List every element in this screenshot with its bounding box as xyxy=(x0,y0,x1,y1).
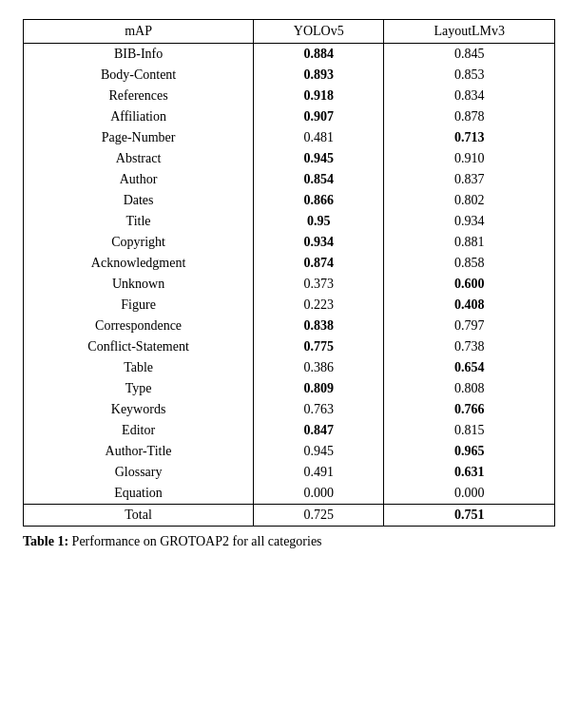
row-layout-value: 0.834 xyxy=(384,86,554,106)
table-row: Type0.8090.808 xyxy=(24,378,554,399)
table-row: Correspondence0.8380.797 xyxy=(24,316,554,336)
row-layout-value: 0.965 xyxy=(384,441,554,462)
row-label: References xyxy=(24,86,254,106)
table-caption: Table 1: Performance on GROTOAP2 for all… xyxy=(23,534,555,549)
row-yolo-value: 0.000 xyxy=(254,483,384,505)
row-yolo-value: 0.874 xyxy=(254,253,384,274)
table-row: Keywords0.7630.766 xyxy=(24,399,554,420)
table-row: Abstract0.9450.910 xyxy=(24,148,554,169)
row-yolo-value: 0.884 xyxy=(254,44,384,66)
row-layout-value: 0.600 xyxy=(384,274,554,295)
table-row: Conflict-Statement0.7750.738 xyxy=(24,336,554,357)
row-yolo-value: 0.763 xyxy=(254,399,384,420)
row-label: Unknown xyxy=(24,274,254,295)
row-layout-value: 0.000 xyxy=(384,483,554,505)
row-label: Page-Number xyxy=(24,127,254,148)
table-row: Editor0.8470.815 xyxy=(24,420,554,441)
row-yolo-value: 0.907 xyxy=(254,106,384,127)
caption-text: Performance on GROTOAP2 for all categori… xyxy=(68,534,321,548)
row-layout-value: 0.878 xyxy=(384,106,554,127)
table-row: Equation0.0000.000 xyxy=(24,483,554,505)
row-label: Glossary xyxy=(24,462,254,483)
row-layout-value: 0.802 xyxy=(384,190,554,211)
row-yolo-value: 0.491 xyxy=(254,462,384,483)
row-layout-value: 0.808 xyxy=(384,378,554,399)
row-yolo-value: 0.223 xyxy=(254,295,384,316)
row-layout-value: 0.934 xyxy=(384,211,554,232)
row-yolo-value: 0.481 xyxy=(254,127,384,148)
col-header-map: mAP xyxy=(24,20,254,44)
comparison-table: mAP YOLOv5 LayoutLMv3 BIB-Info0.8840.845… xyxy=(23,19,555,527)
row-label: Keywords xyxy=(24,399,254,420)
total-yolo-value: 0.725 xyxy=(254,505,384,527)
col-header-layoutlmv3: LayoutLMv3 xyxy=(384,20,554,44)
row-label: BIB-Info xyxy=(24,44,254,66)
row-label: Abstract xyxy=(24,148,254,169)
row-yolo-value: 0.386 xyxy=(254,357,384,378)
table-row: Author0.8540.837 xyxy=(24,169,554,190)
total-label: Total xyxy=(24,505,254,527)
table-row: Page-Number0.4810.713 xyxy=(24,127,554,148)
row-label: Acknowledgment xyxy=(24,253,254,274)
row-layout-value: 0.910 xyxy=(384,148,554,169)
table-row: BIB-Info0.8840.845 xyxy=(24,44,554,66)
row-layout-value: 0.881 xyxy=(384,232,554,253)
row-layout-value: 0.845 xyxy=(384,44,554,66)
row-yolo-value: 0.95 xyxy=(254,211,384,232)
row-layout-value: 0.713 xyxy=(384,127,554,148)
table-row: Author-Title0.9450.965 xyxy=(24,441,554,462)
row-label: Correspondence xyxy=(24,316,254,336)
row-yolo-value: 0.893 xyxy=(254,65,384,86)
table-row: Table0.3860.654 xyxy=(24,357,554,378)
row-layout-value: 0.766 xyxy=(384,399,554,420)
row-yolo-value: 0.775 xyxy=(254,336,384,357)
total-layout-value: 0.751 xyxy=(384,505,554,527)
row-label: Author xyxy=(24,169,254,190)
table-row: Figure0.2230.408 xyxy=(24,295,554,316)
row-label: Type xyxy=(24,378,254,399)
row-label: Figure xyxy=(24,295,254,316)
row-layout-value: 0.738 xyxy=(384,336,554,357)
row-label: Table xyxy=(24,357,254,378)
row-yolo-value: 0.847 xyxy=(254,420,384,441)
row-layout-value: 0.654 xyxy=(384,357,554,378)
col-header-yolov5: YOLOv5 xyxy=(254,20,384,44)
row-layout-value: 0.797 xyxy=(384,316,554,336)
total-row: Total0.7250.751 xyxy=(24,505,554,527)
table-row: Unknown0.3730.600 xyxy=(24,274,554,295)
table-row: Body-Content0.8930.853 xyxy=(24,65,554,86)
table-row: Dates0.8660.802 xyxy=(24,190,554,211)
row-yolo-value: 0.918 xyxy=(254,86,384,106)
caption-label: Table 1: xyxy=(23,534,68,548)
row-yolo-value: 0.809 xyxy=(254,378,384,399)
row-label: Editor xyxy=(24,420,254,441)
row-yolo-value: 0.854 xyxy=(254,169,384,190)
row-label: Author-Title xyxy=(24,441,254,462)
row-label: Copyright xyxy=(24,232,254,253)
row-label: Dates xyxy=(24,190,254,211)
table-row: Glossary0.4910.631 xyxy=(24,462,554,483)
row-layout-value: 0.853 xyxy=(384,65,554,86)
row-layout-value: 0.858 xyxy=(384,253,554,274)
table-row: Copyright0.9340.881 xyxy=(24,232,554,253)
row-label: Title xyxy=(24,211,254,232)
row-layout-value: 0.837 xyxy=(384,169,554,190)
row-layout-value: 0.408 xyxy=(384,295,554,316)
row-label: Body-Content xyxy=(24,65,254,86)
row-yolo-value: 0.838 xyxy=(254,316,384,336)
table-row: Acknowledgment0.8740.858 xyxy=(24,253,554,274)
row-label: Conflict-Statement xyxy=(24,336,254,357)
row-yolo-value: 0.373 xyxy=(254,274,384,295)
table-row: References0.9180.834 xyxy=(24,86,554,106)
table-row: Title0.950.934 xyxy=(24,211,554,232)
row-label: Affiliation xyxy=(24,106,254,127)
row-yolo-value: 0.945 xyxy=(254,441,384,462)
row-yolo-value: 0.945 xyxy=(254,148,384,169)
row-yolo-value: 0.934 xyxy=(254,232,384,253)
row-yolo-value: 0.866 xyxy=(254,190,384,211)
row-layout-value: 0.631 xyxy=(384,462,554,483)
row-label: Equation xyxy=(24,483,254,505)
row-layout-value: 0.815 xyxy=(384,420,554,441)
table-row: Affiliation0.9070.878 xyxy=(24,106,554,127)
